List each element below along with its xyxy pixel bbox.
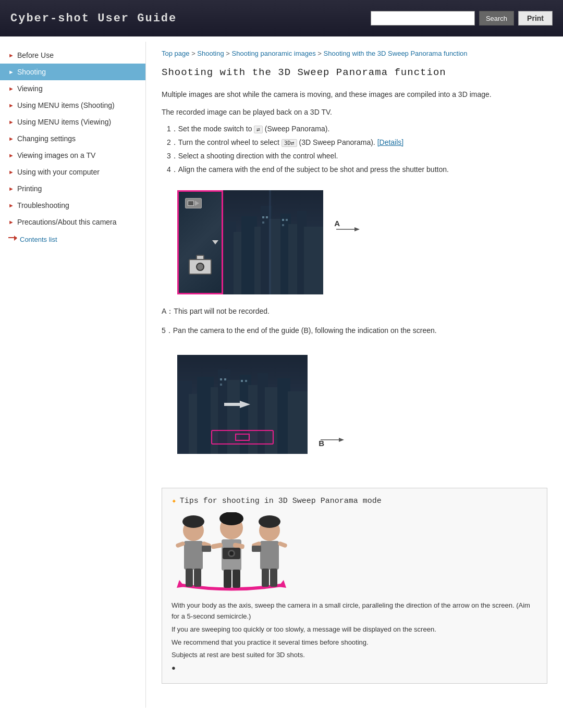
- sidebar-item-menu-shooting[interactable]: ► Using MENU items (Shooting): [0, 97, 145, 114]
- step-4: 4．Align the camera with the end of the s…: [162, 165, 547, 175]
- breadcrumb: Top page > Shooting > Shooting panoramic…: [162, 50, 547, 57]
- svg-marker-41: [339, 438, 344, 442]
- svg-rect-64: [260, 541, 279, 570]
- svg-rect-61: [232, 570, 240, 588]
- sweep-panorama-icon: ⇄: [254, 126, 263, 133]
- header-controls: Search Print: [371, 11, 553, 26]
- search-input[interactable]: [371, 11, 475, 26]
- svg-rect-50: [186, 569, 193, 587]
- sidebar-item-computer[interactable]: ► Using with your computer: [0, 164, 145, 180]
- arrow-right-icon: [8, 237, 17, 242]
- tips-title-text: Tips for shooting in 3D Sweep Panorama m…: [180, 497, 382, 505]
- sidebar-item-troubleshooting[interactable]: ► Troubleshooting: [0, 197, 145, 214]
- people-svg: [172, 512, 291, 593]
- sidebar-item-menu-viewing[interactable]: ► Using MENU items (Viewing): [0, 114, 145, 130]
- svg-point-53: [219, 512, 243, 525]
- tips-text-5: ●: [172, 663, 537, 674]
- sidebar-label: Changing settings: [17, 134, 76, 143]
- svg-rect-16: [282, 224, 284, 226]
- app-title: Cyber-shot User Guide: [10, 12, 177, 25]
- svg-rect-13: [262, 221, 264, 224]
- svg-rect-51: [194, 569, 201, 587]
- sidebar-item-shooting[interactable]: ► Shooting: [0, 64, 145, 80]
- steps-list: 1．Set the mode switch to ⇄ (Sweep Panora…: [162, 125, 547, 175]
- svg-rect-46: [184, 541, 203, 570]
- svg-rect-37: [245, 380, 247, 382]
- sidebar-label: Troubleshooting: [17, 201, 69, 209]
- step-2: 2．Turn the control wheel to select 3D⇄ (…: [162, 138, 547, 147]
- arrow-icon: ►: [8, 119, 14, 125]
- sidebar-item-viewing[interactable]: ► Viewing: [0, 80, 145, 97]
- arrow-icon: ►: [8, 186, 14, 192]
- svg-rect-47: [175, 541, 186, 548]
- svg-rect-15: [286, 219, 288, 221]
- intro-p2: The recorded image can be played back on…: [162, 106, 547, 118]
- sidebar-item-precautions[interactable]: ► Precautions/About this camera: [0, 214, 145, 230]
- page-title: Shooting with the 3D Sweep Panorama func…: [162, 67, 547, 78]
- sidebar-item-before-use[interactable]: ► Before Use: [0, 47, 145, 64]
- tips-icon: ✦: [172, 496, 177, 506]
- sidebar-item-viewing-tv[interactable]: ► Viewing images on a TV: [0, 147, 145, 164]
- sidebar-item-changing-settings[interactable]: ► Changing settings: [0, 130, 145, 147]
- sidebar-label: Precautions/About this camera: [17, 218, 117, 226]
- direction-arrow-icon: [212, 240, 218, 244]
- svg-rect-60: [224, 570, 231, 588]
- tips-text-1: With your body as the axis, sweep the ca…: [172, 600, 537, 622]
- svg-marker-19: [354, 227, 360, 231]
- contents-list-link[interactable]: Contents list: [0, 230, 145, 249]
- breadcrumb-top[interactable]: Top page: [162, 50, 190, 57]
- step-5: 5．Pan the camera to the end of the guide…: [162, 325, 547, 336]
- tips-text-2: If you are sweeping too quickly or too s…: [172, 624, 537, 635]
- svg-rect-14: [282, 219, 284, 221]
- svg-rect-67: [252, 546, 261, 552]
- svg-rect-32: [288, 391, 308, 454]
- sidebar-label: Viewing images on a TV: [17, 151, 95, 159]
- mode-switch-icon: [185, 198, 202, 208]
- arrow-icon: ►: [8, 52, 14, 58]
- sidebar-label: Shooting: [17, 68, 46, 76]
- camera-body-icon: [189, 259, 212, 275]
- sidebar: ► Before Use ► Shooting ► Viewing ► Usin…: [0, 42, 146, 708]
- print-button[interactable]: Print: [518, 11, 553, 26]
- arrow-icon: ►: [8, 69, 14, 75]
- arrow-icon: ►: [8, 219, 14, 225]
- svg-rect-35: [220, 384, 222, 386]
- header: Cyber-shot User Guide Search Print: [0, 0, 563, 36]
- svg-point-63: [259, 515, 280, 528]
- content-area: Top page > Shooting > Shooting panoramic…: [146, 42, 563, 708]
- arrow-icon: ►: [8, 102, 14, 108]
- svg-rect-17: [269, 190, 271, 294]
- breadcrumb-panoramic[interactable]: Shooting panoramic images: [232, 50, 316, 57]
- breadcrumb-shooting[interactable]: Shooting: [197, 50, 224, 57]
- contents-list-label: Contents list: [20, 236, 57, 243]
- tips-text-3: We recommend that you practice it severa…: [172, 637, 537, 648]
- main-container: ► Before Use ► Shooting ► Viewing ► Usin…: [0, 36, 563, 713]
- sidebar-label: Using with your computer: [17, 168, 100, 176]
- search-button[interactable]: Search: [479, 11, 514, 26]
- sidebar-item-printing[interactable]: ► Printing: [0, 180, 145, 197]
- guide-box-b: [211, 430, 274, 445]
- tips-title: ✦ Tips for shooting in 3D Sweep Panorama…: [172, 496, 537, 506]
- svg-rect-69: [270, 569, 277, 587]
- city-scene-panel: [223, 190, 323, 294]
- label-b-arrow: [321, 435, 344, 445]
- svg-point-59: [229, 551, 234, 556]
- svg-rect-36: [241, 380, 243, 382]
- svg-rect-49: [202, 546, 211, 552]
- panorama-image-1: A: [177, 190, 328, 294]
- camera-panel: [177, 190, 223, 294]
- svg-rect-11: [262, 216, 264, 218]
- sidebar-label: Printing: [17, 184, 42, 193]
- panorama-image-2: B: [177, 347, 308, 464]
- step-1: 1．Set the mode switch to ⇄ (Sweep Panora…: [162, 125, 547, 134]
- 3d-sweep-icon: 3D⇄: [282, 139, 297, 147]
- tips-text-4: Subjects at rest are best suited for 3D …: [172, 650, 537, 661]
- details-link[interactable]: [Details]: [377, 138, 404, 146]
- arrow-icon: ►: [8, 169, 14, 175]
- sidebar-label: Using MENU items (Shooting): [17, 101, 115, 109]
- guide-inner-box: [235, 434, 250, 441]
- breadcrumb-current[interactable]: Shooting with the 3D Sweep Panorama func…: [324, 50, 468, 57]
- svg-rect-68: [262, 569, 269, 587]
- arrow-icon: ►: [8, 135, 14, 142]
- svg-rect-66: [277, 541, 288, 548]
